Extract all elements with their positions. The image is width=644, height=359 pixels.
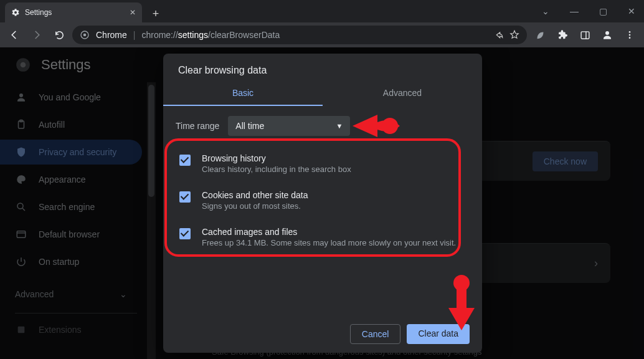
tab-basic[interactable]: Basic (163, 81, 323, 106)
cancel-button[interactable]: Cancel (350, 324, 401, 344)
svg-point-4 (629, 31, 631, 33)
svg-point-5 (629, 34, 631, 36)
clear-browsing-data-dialog: Clear browsing data Basic Advanced Time … (163, 54, 482, 353)
close-tab-icon[interactable]: ✕ (130, 8, 136, 17)
check-label: Cookies and other site data (202, 190, 308, 200)
back-button[interactable] (5, 26, 24, 44)
browser-tab[interactable]: Settings ✕ (5, 2, 142, 22)
tab-title: Settings (25, 8, 52, 17)
share-icon[interactable] (493, 30, 503, 40)
checkbox-icon[interactable] (179, 191, 191, 203)
svg-point-1 (83, 34, 87, 37)
check-label: Cached images and files (202, 227, 456, 237)
check-cache[interactable]: Cached images and files Frees up 34.1 MB… (176, 221, 470, 257)
new-tab-button[interactable]: + (147, 5, 164, 22)
dialog-title: Clear browsing data (163, 54, 482, 81)
caret-down-icon[interactable]: ⌄ (537, 6, 554, 16)
window-controls: ⌄ — ▢ ✕ (537, 0, 640, 22)
check-sub: Frees up 34.1 MB. Some sites may load mo… (202, 238, 456, 247)
time-range-value: All time (235, 121, 264, 131)
tab-advanced[interactable]: Advanced (323, 81, 482, 106)
time-range-select[interactable]: All time ▼ (228, 116, 350, 136)
menu-icon[interactable] (620, 26, 639, 44)
minimize-button[interactable]: — (566, 6, 583, 16)
checkbox-icon[interactable] (179, 228, 191, 239)
checkbox-icon[interactable] (179, 155, 191, 166)
profile-icon[interactable] (598, 26, 617, 44)
address-bar[interactable]: Chrome | chrome://settings/clearBrowserD… (72, 26, 527, 44)
forward-button[interactable] (27, 26, 46, 44)
gear-icon (11, 8, 20, 17)
svg-rect-2 (581, 31, 589, 38)
svg-point-6 (629, 37, 631, 39)
clear-data-button[interactable]: Clear data (407, 324, 470, 344)
sidepanel-icon[interactable] (575, 26, 594, 44)
browser-toolbar: Chrome | chrome://settings/clearBrowserD… (0, 22, 644, 47)
check-sub: Signs you out of most sites. (202, 201, 308, 211)
svg-point-3 (605, 31, 609, 35)
extensions-icon[interactable] (553, 26, 572, 44)
reload-button[interactable] (50, 26, 69, 44)
chrome-icon (80, 30, 90, 40)
maximize-button[interactable]: ▢ (594, 6, 612, 16)
chevron-down-icon: ▼ (336, 122, 343, 130)
url-text: chrome://settings/clearBrowserData (141, 30, 280, 40)
time-range-label: Time range (176, 121, 219, 131)
leaf-icon[interactable] (531, 26, 549, 44)
check-browsing-history[interactable]: Browsing history Clears history, includi… (176, 147, 470, 184)
dialog-tabs: Basic Advanced (163, 81, 482, 106)
omnibox-chrome-label: Chrome (96, 30, 127, 40)
check-cookies[interactable]: Cookies and other site data Signs you ou… (176, 184, 470, 221)
check-label: Browsing history (202, 153, 351, 163)
close-window-button[interactable]: ✕ (623, 6, 640, 16)
check-sub: Clears history, including in the search … (202, 165, 351, 174)
bookmark-icon[interactable] (509, 30, 519, 40)
